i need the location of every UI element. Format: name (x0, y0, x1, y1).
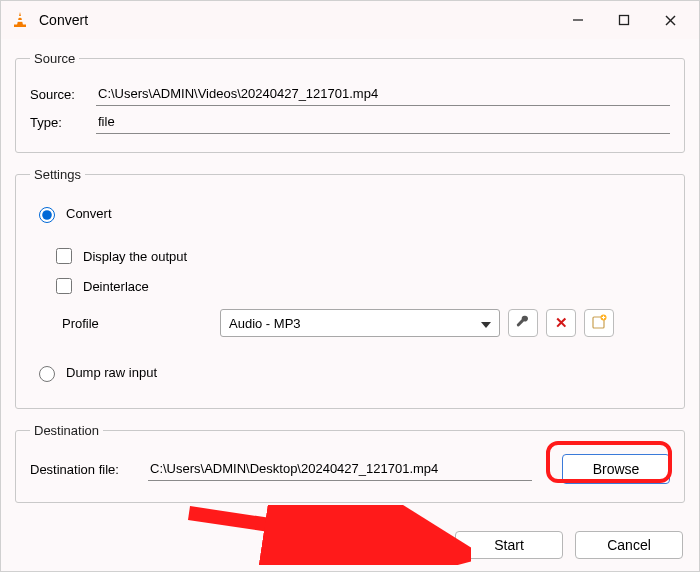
cancel-button[interactable]: Cancel (575, 531, 683, 559)
source-label: Source: (30, 87, 86, 102)
close-button[interactable] (647, 3, 693, 37)
profile-select[interactable]: Audio - MP3 (220, 309, 500, 337)
content-area: Source Source: Type: file Settings Conve… (1, 39, 699, 503)
settings-group: Settings Convert Display the output Dein… (15, 167, 685, 409)
dialog-footer: Start Cancel (455, 531, 683, 559)
source-group: Source Source: Type: file (15, 51, 685, 153)
settings-legend: Settings (30, 167, 85, 182)
destination-group: Destination Destination file: Browse (15, 423, 685, 503)
x-icon: ✕ (555, 314, 568, 332)
vlc-cone-icon (11, 11, 29, 29)
profile-label: Profile (62, 316, 212, 331)
titlebar: Convert (1, 1, 699, 39)
dump-raw-label: Dump raw input (66, 365, 157, 380)
new-profile-icon (591, 314, 607, 333)
window-controls (555, 3, 693, 37)
svg-marker-8 (481, 322, 491, 328)
svg-line-12 (189, 513, 431, 549)
deinterlace-checkbox[interactable] (56, 278, 72, 294)
source-input[interactable] (96, 82, 670, 106)
destination-file-label: Destination file: (30, 462, 138, 477)
display-output-checkbox[interactable] (56, 248, 72, 264)
annotation-arrow (181, 505, 471, 565)
destination-legend: Destination (30, 423, 103, 438)
svg-rect-2 (17, 20, 23, 22)
browse-button[interactable]: Browse (562, 454, 670, 484)
destination-file-input[interactable] (148, 457, 532, 481)
svg-marker-0 (17, 12, 23, 25)
convert-radio-label: Convert (66, 206, 112, 221)
source-legend: Source (30, 51, 79, 66)
type-value: file (96, 110, 670, 134)
display-output-label: Display the output (83, 249, 187, 264)
chevron-down-icon (481, 316, 491, 331)
minimize-button[interactable] (555, 3, 601, 37)
type-label: Type: (30, 115, 86, 130)
convert-radio[interactable] (39, 207, 55, 223)
svg-rect-3 (14, 25, 26, 28)
svg-rect-1 (18, 16, 22, 18)
start-button[interactable]: Start (455, 531, 563, 559)
wrench-icon (515, 314, 531, 333)
dump-raw-radio[interactable] (39, 366, 55, 382)
convert-window: Convert Source Source: Ty (0, 0, 700, 572)
maximize-button[interactable] (601, 3, 647, 37)
svg-rect-5 (620, 16, 629, 25)
delete-profile-button[interactable]: ✕ (546, 309, 576, 337)
window-title: Convert (39, 12, 555, 28)
edit-profile-button[interactable] (508, 309, 538, 337)
new-profile-button[interactable] (584, 309, 614, 337)
profile-value: Audio - MP3 (229, 316, 301, 331)
deinterlace-label: Deinterlace (83, 279, 149, 294)
